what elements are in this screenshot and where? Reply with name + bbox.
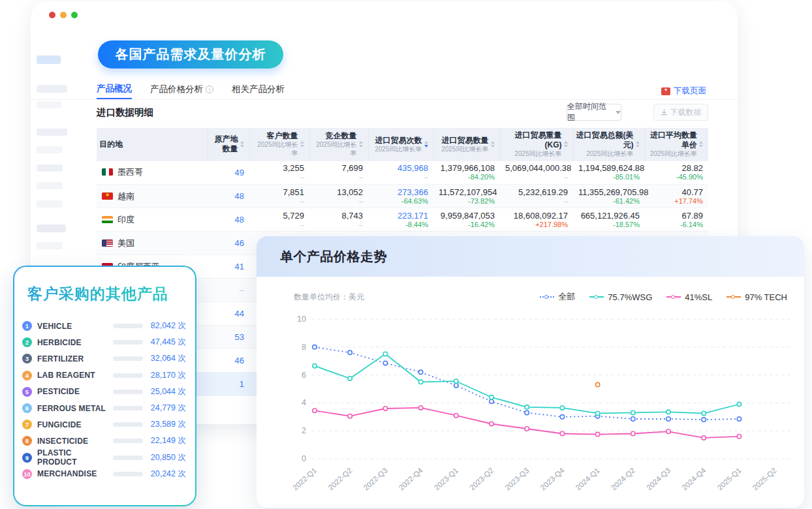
rank-badge: 1 (22, 321, 32, 331)
rank-item-merchandise: 10MERCHANDISE20,242 次 (22, 466, 186, 482)
price-trend-chart: 02468102022-Q12022-Q22022-Q32022-Q42023-… (257, 307, 804, 502)
country-flag-icon (102, 216, 113, 223)
origin-count-cell[interactable]: 41 (208, 255, 249, 279)
value-cell: 28.82-45.90% (645, 161, 708, 185)
legend-marker-icon (666, 296, 681, 298)
origin-count-cell[interactable]: 46 (208, 232, 249, 255)
rank-count: 47,445 次 (143, 337, 186, 348)
rank-bar (113, 455, 143, 460)
rank-bar (113, 422, 143, 427)
svg-text:2: 2 (302, 426, 306, 435)
download-page-button[interactable]: 下载页面 (661, 85, 706, 97)
legend-marker-icon (726, 296, 741, 298)
legend-item-75.7%WSG[interactable]: 75.7%WSG (589, 292, 652, 302)
value-cell: 11,355,269,705.98-61.42% (573, 185, 645, 208)
rank-badge: 6 (22, 403, 32, 413)
rank-item-fertilizer: 3FERTILIZER32,064 次 (22, 350, 186, 367)
time-range-select[interactable]: 全部时间范围 (567, 104, 621, 121)
svg-text:2022-Q3: 2022-Q3 (362, 467, 388, 492)
sort-icon[interactable] (699, 139, 703, 149)
svg-text:4: 4 (302, 398, 306, 407)
value-cell[interactable]: 435,968– (368, 161, 433, 185)
minimize-window-icon[interactable] (60, 12, 67, 18)
value-cell: 8,743– (309, 208, 368, 232)
price-trend-card: 单个产品价格走势 数量单位均价：美元 全部75.7%WSG41%SL97% TE… (257, 236, 804, 508)
rank-badge: 4 (22, 371, 32, 380)
rank-product-name: MERCHANDISE (37, 469, 113, 478)
maximize-window-icon[interactable] (71, 12, 78, 18)
value-cell: 1,379,966,108-84.20% (433, 161, 500, 185)
value-cell: 13,052– (309, 185, 368, 208)
legend-item-41%SL[interactable]: 41%SL (666, 292, 712, 302)
rank-badge: 3 (22, 354, 32, 363)
rank-count: 20,242 次 (143, 469, 186, 480)
legend-item-全部[interactable]: 全部 (540, 291, 575, 303)
sort-icon[interactable] (636, 139, 640, 149)
svg-text:2023-Q3: 2023-Q3 (503, 467, 530, 492)
tab-label: 产品价格分析 (150, 84, 203, 95)
rank-badge: 2 (22, 337, 32, 347)
origin-count-cell[interactable]: 53 (208, 326, 249, 349)
sort-icon[interactable] (491, 139, 495, 149)
svg-text:2025-Q2: 2025-Q2 (751, 467, 778, 492)
rank-product-name: PESTICIDE (37, 387, 113, 396)
value-cell: 5,729– (249, 208, 309, 232)
rank-item-fungicide: 7FUNGICIDE23,589 次 (22, 416, 186, 433)
svg-text:8: 8 (302, 343, 306, 352)
column-header-label: 客户数量2025同比增长率 (253, 131, 298, 157)
other-products-card: 客户采购的其他产品 1VEHICLE82,042 次2HERBICIDE47,4… (13, 266, 196, 506)
rank-count: 25,044 次 (143, 386, 186, 397)
rank-product-name: INSECTICIDE (37, 437, 113, 446)
origin-count-cell[interactable]: 46 (208, 349, 249, 373)
value-cell: 40.77+17.74% (645, 185, 708, 208)
origin-count-cell[interactable]: 44 (208, 302, 249, 326)
table-row: 印度485,729–8,743–223,171-8.44%9,959,847,0… (97, 208, 708, 232)
rank-product-name: LAB REAGENT (37, 371, 113, 380)
destination-cell: 印度 (97, 208, 208, 232)
svg-text:2023-Q1: 2023-Q1 (433, 467, 460, 492)
column-header-label: 原产地数量 (211, 134, 238, 154)
svg-text:2022-Q1: 2022-Q1 (291, 467, 318, 492)
rank-product-name: FERROUS METAL (37, 404, 113, 413)
country-flag-icon (102, 239, 113, 247)
value-cell[interactable]: 273,366-64.63% (368, 185, 433, 208)
svg-text:2024-Q4: 2024-Q4 (680, 466, 708, 491)
rank-count: 82,042 次 (143, 320, 186, 332)
column-header-label: 进口贸易数量2025同比增长率 (441, 136, 488, 154)
country-flag-icon: ★ (102, 193, 113, 200)
origin-count-cell[interactable]: 48 (208, 208, 249, 232)
rank-bar (113, 472, 143, 476)
time-range-value: 全部时间范围 (567, 101, 612, 123)
origin-count-cell[interactable]: 49 (208, 161, 249, 185)
download-data-button[interactable]: 下载数据 (653, 104, 708, 121)
origin-count-cell[interactable]: 48 (208, 185, 249, 208)
value-cell: 67.89-6.14% (645, 208, 708, 232)
tab-0[interactable]: 产品概况 (97, 84, 132, 99)
sort-icon[interactable] (359, 139, 363, 149)
rank-product-name: VEHICLE (37, 322, 113, 331)
sort-icon[interactable] (424, 139, 428, 149)
country-flag-icon (102, 168, 113, 176)
tab-2[interactable]: 相关产品分析 (232, 84, 285, 99)
origin-count-cell[interactable]: 1 (208, 373, 249, 396)
column-header-label: 进口贸易总额(美元)2025同比增长率 (576, 131, 634, 159)
value-cell: 3,255– (249, 161, 309, 185)
rank-bar (113, 406, 143, 410)
chart-legend: 全部75.7%WSG41%SL97% TECH (540, 291, 787, 303)
legend-label: 41%SL (685, 292, 712, 302)
destination-cell: 墨西哥 (97, 161, 208, 185)
tab-1[interactable]: 产品价格分析i (150, 84, 213, 99)
table-row: 墨西哥493,255–7,699–435,968–1,379,966,108-8… (97, 161, 708, 185)
value-cell: 9,959,847,053-16.42% (433, 208, 500, 232)
close-window-icon[interactable] (49, 12, 55, 18)
sort-icon[interactable] (564, 139, 568, 149)
svg-text:2023-Q4: 2023-Q4 (539, 466, 566, 491)
legend-item-97% TECH[interactable]: 97% TECH (726, 292, 787, 302)
table-row: ★越南487,851–13,052–273,366-64.63%11,572,1… (97, 185, 708, 208)
value-cell[interactable]: 223,171-8.44% (368, 208, 433, 232)
sort-icon[interactable] (240, 139, 244, 149)
svg-text:2022-Q2: 2022-Q2 (326, 467, 353, 492)
rank-count: 28,170 次 (143, 370, 186, 381)
rank-item-plastic-product: 9PLASTIC PRODUCT20,850 次 (22, 450, 186, 466)
sort-icon[interactable] (300, 139, 304, 149)
